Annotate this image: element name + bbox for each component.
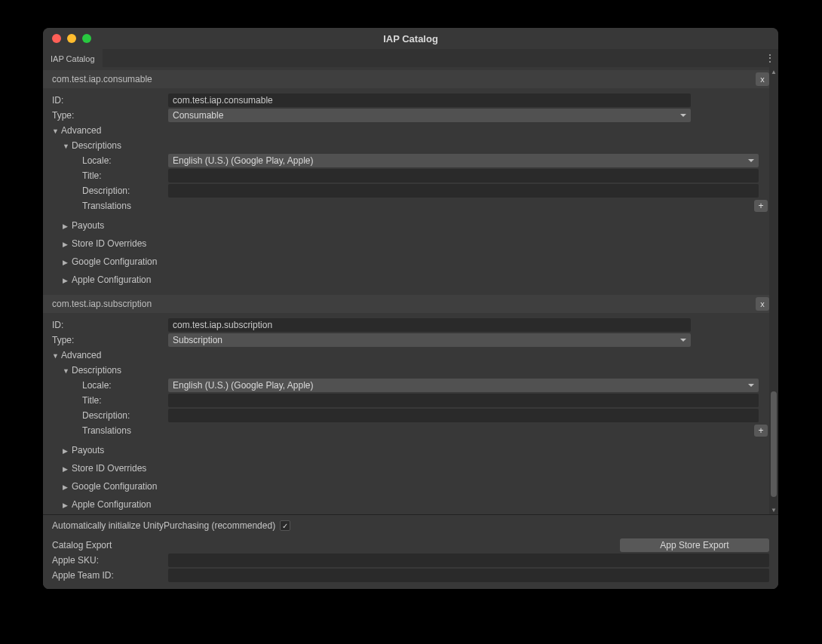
iap-catalog-window: IAP Catalog IAP Catalog ⋮ com.test.iap.c…	[43, 28, 778, 589]
app-store-export-button[interactable]: App Store Export	[620, 538, 769, 552]
row-locale: Locale: English (U.S.) (Google Play, App…	[43, 378, 778, 393]
label-title: Title:	[52, 170, 165, 181]
scroll-area: com.test.iap.consumable x ID: Type: Cons…	[43, 67, 778, 514]
kebab-icon: ⋮	[765, 53, 774, 63]
chevron-down-icon	[52, 125, 60, 136]
tab-iap-catalog[interactable]: IAP Catalog	[43, 49, 103, 67]
foldout-advanced[interactable]: Advanced	[43, 123, 778, 138]
foldout-google-config[interactable]: Google Configuration	[43, 479, 778, 494]
content-area: com.test.iap.consumable x ID: Type: Cons…	[43, 67, 778, 589]
foldout-store-id-overrides[interactable]: Store ID Overrides	[43, 461, 778, 476]
advanced-label: Advanced	[61, 350, 101, 360]
chevron-right-icon	[63, 481, 70, 492]
row-id: ID:	[43, 317, 778, 333]
label-translations: Translations	[52, 201, 165, 211]
locale-dropdown[interactable]: English (U.S.) (Google Play, Apple)	[168, 379, 759, 392]
traffic-lights	[43, 34, 91, 43]
id-input[interactable]	[168, 318, 691, 332]
foldout-descriptions[interactable]: Descriptions	[43, 363, 778, 378]
titlebar: IAP Catalog	[43, 28, 778, 49]
tab-options-button[interactable]: ⋮	[762, 49, 778, 67]
type-dropdown[interactable]: Subscription	[168, 333, 691, 347]
payouts-label: Payouts	[72, 445, 104, 455]
descriptions-label: Descriptions	[72, 365, 121, 376]
tab-label: IAP Catalog	[51, 54, 95, 63]
foldout-google-config[interactable]: Google Configuration	[43, 254, 778, 269]
row-translations: Translations +	[43, 423, 778, 438]
foldout-store-id-overrides[interactable]: Store ID Overrides	[43, 236, 778, 251]
scroll-down-icon: ▼	[769, 505, 778, 514]
apple-config-label: Apple Configuration	[72, 274, 151, 285]
locale-dropdown[interactable]: English (U.S.) (Google Play, Apple)	[168, 154, 759, 167]
row-type: Type: Consumable	[43, 108, 778, 123]
foldout-payouts[interactable]: Payouts	[43, 443, 778, 458]
tabbar: IAP Catalog ⋮	[43, 49, 778, 67]
product-header-name: com.test.iap.consumable	[52, 74, 152, 84]
label-description: Description:	[52, 186, 165, 196]
label-type: Type:	[52, 110, 165, 121]
bottom-panel: Automatically initialize UnityPurchasing…	[43, 514, 778, 589]
apple-config-label: Apple Configuration	[72, 499, 151, 510]
label-translations: Translations	[52, 425, 165, 436]
product-header-name: com.test.iap.subscription	[52, 299, 152, 309]
title-input[interactable]	[168, 394, 759, 407]
type-dropdown[interactable]: Consumable	[168, 109, 691, 122]
row-description: Description:	[43, 408, 778, 423]
auto-init-label: Automatically initialize UnityPurchasing…	[52, 520, 275, 531]
app-store-export-label: App Store Export	[660, 540, 728, 550]
description-input[interactable]	[168, 409, 759, 422]
row-title: Title:	[43, 168, 778, 183]
label-id: ID:	[52, 95, 165, 106]
type-value: Consumable	[173, 110, 223, 121]
title-input[interactable]	[168, 169, 759, 182]
label-locale: Locale:	[52, 155, 165, 166]
id-input[interactable]	[168, 94, 691, 107]
google-config-label: Google Configuration	[72, 256, 157, 267]
apple-team-id-label: Apple Team ID:	[52, 570, 165, 581]
foldout-advanced[interactable]: Advanced	[43, 348, 778, 363]
apple-sku-label: Apple SKU:	[52, 555, 165, 566]
apple-team-id-row: Apple Team ID:	[43, 568, 778, 583]
apple-sku-row: Apple SKU:	[43, 553, 778, 568]
type-value: Subscription	[173, 335, 222, 345]
payouts-label: Payouts	[72, 220, 104, 231]
add-translation-button[interactable]: +	[754, 425, 768, 437]
description-input[interactable]	[168, 184, 759, 198]
scroll-thumb[interactable]	[771, 391, 777, 497]
remove-product-button[interactable]: x	[756, 72, 769, 86]
row-type: Type: Subscription	[43, 333, 778, 348]
catalog-export-row: Catalog Export App Store Export	[43, 538, 778, 553]
tabbar-filler	[103, 49, 762, 67]
maximize-window-button[interactable]	[82, 34, 91, 43]
chevron-right-icon	[63, 220, 70, 231]
label-description: Description:	[52, 410, 165, 421]
google-config-label: Google Configuration	[72, 481, 157, 492]
chevron-right-icon	[63, 445, 70, 455]
store-id-overrides-label: Store ID Overrides	[72, 238, 146, 249]
vertical-scrollbar[interactable]: ▲ ▼	[769, 67, 778, 514]
row-translations: Translations +	[43, 198, 778, 213]
close-window-button[interactable]	[52, 34, 61, 43]
auto-init-checkbox[interactable]: ✓	[280, 520, 290, 531]
label-type: Type:	[52, 335, 165, 345]
foldout-apple-config[interactable]: Apple Configuration	[43, 272, 778, 287]
auto-init-row: Automatically initialize UnityPurchasing…	[43, 518, 778, 533]
apple-sku-input[interactable]	[168, 554, 769, 567]
add-translation-button[interactable]: +	[754, 200, 768, 212]
chevron-right-icon	[63, 274, 70, 285]
foldout-descriptions[interactable]: Descriptions	[43, 138, 778, 153]
locale-value: English (U.S.) (Google Play, Apple)	[173, 380, 314, 391]
minimize-window-button[interactable]	[67, 34, 76, 43]
chevron-right-icon	[63, 238, 70, 249]
chevron-down-icon	[52, 350, 60, 360]
remove-product-button[interactable]: x	[756, 297, 769, 311]
row-title: Title:	[43, 393, 778, 408]
foldout-payouts[interactable]: Payouts	[43, 218, 778, 233]
chevron-right-icon	[63, 463, 70, 474]
row-description: Description:	[43, 183, 778, 198]
foldout-apple-config[interactable]: Apple Configuration	[43, 497, 778, 512]
product-header: com.test.iap.consumable x	[43, 70, 778, 88]
chevron-right-icon	[63, 256, 70, 267]
apple-team-id-input[interactable]	[168, 569, 769, 582]
label-locale: Locale:	[52, 380, 165, 391]
